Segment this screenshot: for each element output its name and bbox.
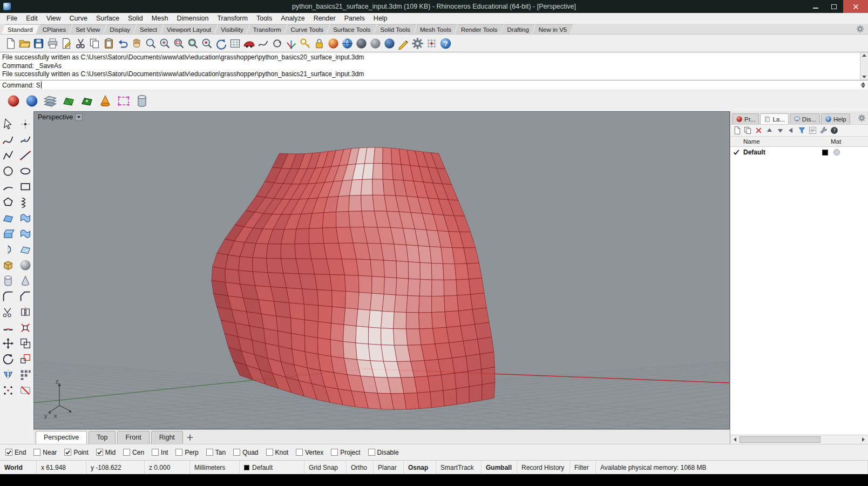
panel-tab-pr[interactable]: Pr... bbox=[732, 113, 759, 124]
toolbar-tab-viewport-layout[interactable]: Viewport Layout bbox=[161, 24, 217, 34]
scroll-down-icon[interactable] bbox=[862, 76, 866, 78]
flag-pencil-icon[interactable] bbox=[397, 37, 410, 50]
open-folder-icon[interactable] bbox=[18, 37, 31, 50]
tool-surface-network-icon[interactable] bbox=[19, 243, 32, 256]
tool-trim-icon[interactable] bbox=[2, 306, 15, 319]
tool-circle-icon[interactable] bbox=[2, 165, 15, 178]
tool-revolve-icon[interactable] bbox=[2, 243, 15, 256]
scroll-left-icon[interactable] bbox=[731, 436, 738, 443]
osnap-project[interactable]: Project bbox=[331, 449, 360, 456]
toolbar-tab-new-in-v5[interactable]: New in V5 bbox=[533, 24, 573, 34]
move-down-icon[interactable] bbox=[776, 126, 785, 135]
toolbar-tab-standard[interactable]: Standard bbox=[2, 24, 39, 34]
rotate-view-icon[interactable] bbox=[215, 37, 227, 50]
menu-surface[interactable]: Surface bbox=[92, 14, 124, 23]
command-history[interactable]: File successfully written as C:\Users\Sa… bbox=[0, 52, 868, 80]
help-icon[interactable]: ? bbox=[439, 37, 452, 50]
checkbox-tan[interactable] bbox=[206, 449, 213, 456]
checkbox-near[interactable] bbox=[33, 449, 40, 456]
new-viewport-tab-icon[interactable] bbox=[185, 433, 195, 442]
status-pane-ortho[interactable]: Ortho bbox=[347, 461, 374, 474]
shaded-sphere-icon[interactable] bbox=[355, 37, 368, 50]
checkbox-project[interactable] bbox=[331, 449, 338, 456]
layer-tools-icon[interactable] bbox=[819, 126, 828, 135]
rhino-logo-icon[interactable] bbox=[3, 2, 11, 11]
panel-tab-help[interactable]: ?Help bbox=[821, 113, 850, 124]
checkbox-int[interactable] bbox=[152, 449, 159, 456]
object-snap-grid-icon[interactable] bbox=[425, 37, 438, 50]
tool-mirror-icon[interactable] bbox=[2, 368, 15, 381]
menu-curve[interactable]: Curve bbox=[65, 14, 92, 23]
osnap-vertex[interactable]: Vertex bbox=[296, 449, 323, 456]
status-pane-smarttrack[interactable]: SmartTrack bbox=[436, 461, 482, 474]
render-globe-icon[interactable] bbox=[341, 37, 354, 50]
green-surface-b-icon[interactable] bbox=[80, 94, 94, 108]
tool-join-icon[interactable] bbox=[2, 321, 15, 334]
orange-cone-icon[interactable] bbox=[98, 94, 112, 108]
menu-solid[interactable]: Solid bbox=[124, 14, 147, 23]
toolbar-tab-curve-tools[interactable]: Curve Tools bbox=[285, 24, 330, 34]
checkbox-perp[interactable] bbox=[175, 449, 182, 456]
tool-helix-icon[interactable] bbox=[19, 196, 32, 209]
toolbar-tab-set-view[interactable]: Set View bbox=[70, 24, 106, 34]
toolbar-tab-transform[interactable]: Transform bbox=[247, 24, 287, 34]
osnap-point[interactable]: Point bbox=[64, 449, 88, 456]
tool-extrude-surface-icon[interactable] bbox=[2, 227, 15, 240]
osnap-near[interactable]: Near bbox=[33, 449, 57, 456]
delete-layer-icon[interactable] bbox=[754, 126, 763, 135]
viewport-menu-arrow-icon[interactable] bbox=[75, 113, 83, 121]
status-layer[interactable]: Default bbox=[240, 461, 304, 474]
spinner-up-icon[interactable] bbox=[861, 82, 865, 85]
menu-tools[interactable]: Tools bbox=[252, 14, 276, 23]
minimize-button[interactable] bbox=[806, 0, 825, 13]
green-surface-a-icon[interactable] bbox=[62, 94, 76, 108]
viewport-tab-front[interactable]: Front bbox=[117, 431, 149, 444]
menu-analyze[interactable]: Analyze bbox=[276, 14, 309, 23]
menu-render[interactable]: Render bbox=[309, 14, 340, 23]
tool-control-points-on-icon[interactable] bbox=[2, 384, 15, 397]
tool-copy-icon[interactable] bbox=[19, 337, 32, 350]
padlock-icon[interactable] bbox=[313, 37, 326, 50]
tool-ellipse-icon[interactable] bbox=[19, 165, 32, 178]
menu-file[interactable]: File bbox=[2, 14, 22, 23]
tool-array-icon[interactable] bbox=[19, 368, 32, 381]
tool-surface-loft-icon[interactable] bbox=[19, 212, 32, 225]
command-history-scrollbar[interactable] bbox=[860, 52, 868, 80]
tool-cone-icon[interactable] bbox=[19, 274, 32, 287]
tool-scale-icon[interactable] bbox=[19, 353, 32, 366]
menu-help[interactable]: Help bbox=[369, 14, 392, 23]
menu-dimension[interactable]: Dimension bbox=[172, 14, 213, 23]
tool-sphere-icon[interactable] bbox=[19, 259, 32, 272]
gears-icon[interactable] bbox=[411, 37, 424, 50]
status-pane-filter[interactable]: Filter bbox=[570, 461, 596, 474]
tool-explode-icon[interactable] bbox=[19, 321, 32, 334]
toolbar-tab-surface-tools[interactable]: Surface Tools bbox=[327, 24, 376, 34]
tool-fillet-icon[interactable] bbox=[2, 290, 15, 303]
viewport-tab-top[interactable]: Top bbox=[89, 431, 116, 444]
annotate-icon[interactable] bbox=[60, 37, 73, 50]
menu-edit[interactable]: Edit bbox=[22, 14, 42, 23]
panel-tab-la[interactable]: La... bbox=[760, 113, 788, 124]
viewport-tab-perspective[interactable]: Perspective bbox=[36, 431, 87, 444]
red-car-icon[interactable] bbox=[243, 37, 255, 50]
toolbar-tab-drafting[interactable]: Drafting bbox=[501, 24, 535, 34]
panel-options-gear-icon[interactable] bbox=[858, 114, 866, 122]
menu-mesh[interactable]: Mesh bbox=[147, 14, 173, 23]
maximize-button[interactable] bbox=[825, 0, 843, 13]
checkbox-cen[interactable] bbox=[123, 449, 130, 456]
osnap-tan[interactable]: Tan bbox=[206, 449, 226, 456]
status-pane-grid-snap[interactable]: Grid Snap bbox=[304, 461, 347, 474]
tool-box-icon[interactable] bbox=[2, 259, 15, 272]
named-cplanes-icon[interactable] bbox=[229, 37, 241, 50]
duplicate-layer-icon[interactable] bbox=[743, 126, 752, 135]
viewport-title[interactable]: Perspective bbox=[38, 113, 83, 121]
layer-list-icon[interactable] bbox=[808, 126, 817, 135]
tool-rectangle-icon[interactable] bbox=[19, 180, 32, 193]
pan-hand-icon[interactable] bbox=[131, 37, 143, 50]
red-sphere-icon[interactable] bbox=[6, 94, 21, 108]
rendered-sphere-icon[interactable] bbox=[383, 37, 396, 50]
command-input[interactable]: Command:S bbox=[0, 80, 868, 90]
osnap-perp[interactable]: Perp bbox=[175, 449, 198, 456]
filter-layers-icon[interactable] bbox=[797, 126, 806, 135]
tool-polyline-icon[interactable] bbox=[2, 149, 15, 162]
